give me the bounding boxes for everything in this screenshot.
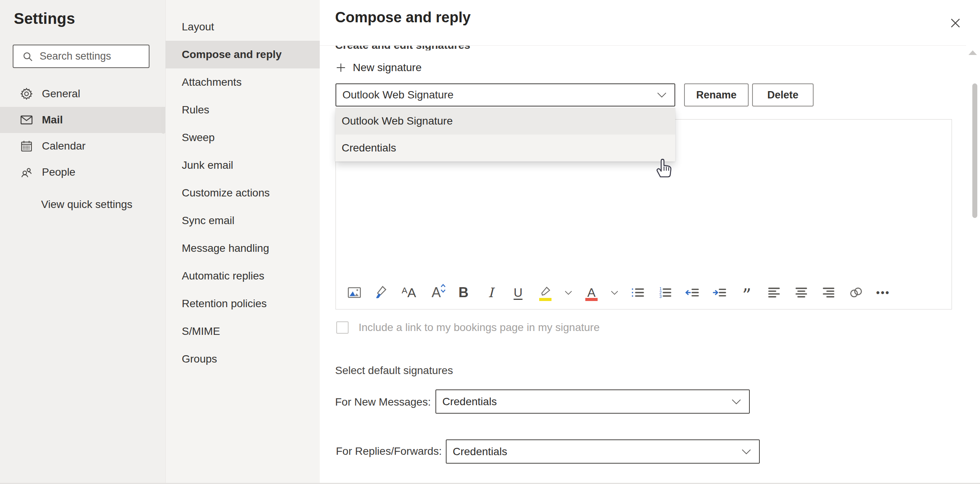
nav-item-rules[interactable]: Rules — [166, 96, 320, 124]
panel-title: Compose and reply — [335, 9, 471, 26]
signatures-section-heading: Create and edit signatures — [335, 46, 604, 50]
decrease-indent-icon[interactable] — [684, 283, 701, 303]
nav-item-junk-email[interactable]: Junk email — [166, 151, 320, 179]
new-signature-label: New signature — [353, 62, 422, 74]
chevron-down-icon — [657, 92, 667, 98]
font-icon[interactable]: AA — [400, 283, 417, 303]
delete-button[interactable]: Delete — [752, 83, 814, 106]
mail-settings-nav: Layout Compose and reply Attachments Rul… — [165, 0, 320, 484]
sidebar-item-general[interactable]: General — [0, 81, 165, 107]
mail-icon — [19, 113, 34, 127]
sidebar-item-calendar[interactable]: Calendar — [0, 133, 165, 159]
signature-select[interactable]: Outlook Web Signature — [336, 83, 675, 106]
scrollbar-thumb[interactable] — [972, 83, 977, 218]
for-new-messages-value: Credentials — [442, 396, 731, 408]
numbered-list-icon[interactable]: 1 2 3 — [656, 283, 673, 303]
for-new-messages-select[interactable]: Credentials — [435, 389, 750, 414]
sidebar-item-people[interactable]: People — [0, 159, 165, 185]
sidebar-item-label: Calendar — [42, 140, 86, 152]
bookings-checkbox[interactable] — [336, 321, 349, 334]
font-color-options-chevron-icon[interactable] — [610, 283, 619, 303]
sidebar-item-label: Mail — [42, 114, 63, 126]
italic-icon[interactable]: I — [482, 283, 499, 303]
bookings-checkbox-row: Include a link to my bookings page in my… — [336, 321, 600, 334]
dropdown-option-credentials[interactable]: Credentials — [336, 135, 675, 161]
nav-item-layout[interactable]: Layout — [166, 13, 320, 41]
close-button[interactable] — [948, 15, 963, 31]
scrollbar-up-arrow[interactable] — [968, 50, 977, 55]
sidebar-scrollbar-thumb[interactable] — [161, 107, 165, 134]
default-signatures-heading: Select default signatures — [335, 364, 453, 377]
nav-item-sync-email[interactable]: Sync email — [166, 207, 320, 235]
font-color-icon[interactable]: A — [583, 283, 600, 303]
nav-item-retention-policies[interactable]: Retention policies — [166, 290, 320, 318]
nav-item-customize-actions[interactable]: Customize actions — [166, 179, 320, 207]
compose-and-reply-panel: Compose and reply Create and edit signat… — [320, 0, 980, 484]
search-settings-box[interactable] — [13, 45, 149, 68]
text-highlight-icon[interactable] — [537, 283, 554, 303]
search-icon — [22, 49, 33, 64]
rename-button[interactable]: Rename — [684, 83, 749, 106]
new-signature-button[interactable]: New signature — [335, 60, 422, 76]
plus-icon — [335, 62, 347, 73]
insert-link-icon[interactable] — [847, 283, 864, 303]
highlight-color-swatch — [539, 298, 551, 301]
formatting-toolbar: AA A B I U — [346, 280, 892, 305]
more-formatting-icon[interactable]: ••• — [875, 283, 892, 303]
align-right-icon[interactable] — [820, 283, 837, 303]
people-icon — [19, 165, 34, 180]
increase-indent-icon[interactable] — [711, 283, 728, 303]
underline-icon[interactable]: U — [510, 283, 527, 303]
calendar-icon — [19, 139, 34, 153]
nav-item-message-handling[interactable]: Message handling — [166, 235, 320, 262]
sidebar-item-mail[interactable]: Mail — [0, 107, 165, 133]
search-settings-input[interactable] — [40, 50, 136, 62]
settings-sidebar: Settings General Mail — [0, 0, 165, 484]
align-center-icon[interactable] — [793, 283, 810, 303]
quote-icon[interactable]: ” — [738, 283, 755, 303]
chevron-down-icon — [741, 449, 751, 455]
align-left-icon[interactable] — [766, 283, 782, 303]
highlight-options-chevron-icon[interactable] — [564, 283, 573, 303]
nav-item-attachments[interactable]: Attachments — [166, 68, 320, 96]
bold-icon[interactable]: B — [455, 283, 472, 303]
for-replies-forwards-value: Credentials — [453, 446, 741, 458]
nav-item-compose-and-reply[interactable]: Compose and reply — [166, 41, 320, 68]
dropdown-option-outlook-web-signature[interactable]: Outlook Web Signature — [336, 108, 675, 135]
for-replies-forwards-select[interactable]: Credentials — [446, 439, 760, 464]
nav-item-sweep[interactable]: Sweep — [166, 124, 320, 151]
signature-dropdown-menu: Outlook Web Signature Credentials — [336, 108, 675, 161]
font-color-swatch — [585, 298, 598, 301]
format-painter-icon[interactable] — [373, 283, 390, 303]
nav-item-groups[interactable]: Groups — [166, 345, 320, 373]
view-quick-settings-link[interactable]: View quick settings — [41, 198, 133, 211]
svg-text:3: 3 — [659, 294, 662, 299]
nav-item-automatic-replies[interactable]: Automatic replies — [166, 262, 320, 290]
chevron-down-icon — [731, 399, 741, 405]
bullet-list-icon[interactable] — [629, 283, 646, 303]
insert-image-icon[interactable] — [346, 283, 363, 303]
gear-icon — [19, 86, 34, 101]
for-new-messages-label: For New Messages: — [335, 396, 431, 408]
font-size-icon[interactable]: A — [428, 283, 445, 303]
close-icon — [949, 17, 962, 30]
bookings-checkbox-label: Include a link to my bookings page in my… — [359, 321, 600, 334]
signature-select-value: Outlook Web Signature — [342, 89, 657, 101]
nav-item-smime[interactable]: S/MIME — [166, 318, 320, 345]
settings-title: Settings — [14, 10, 75, 27]
for-replies-forwards-label: For Replies/Forwards: — [336, 445, 442, 457]
sidebar-item-label: People — [42, 166, 75, 178]
sidebar-item-label: General — [42, 88, 80, 100]
